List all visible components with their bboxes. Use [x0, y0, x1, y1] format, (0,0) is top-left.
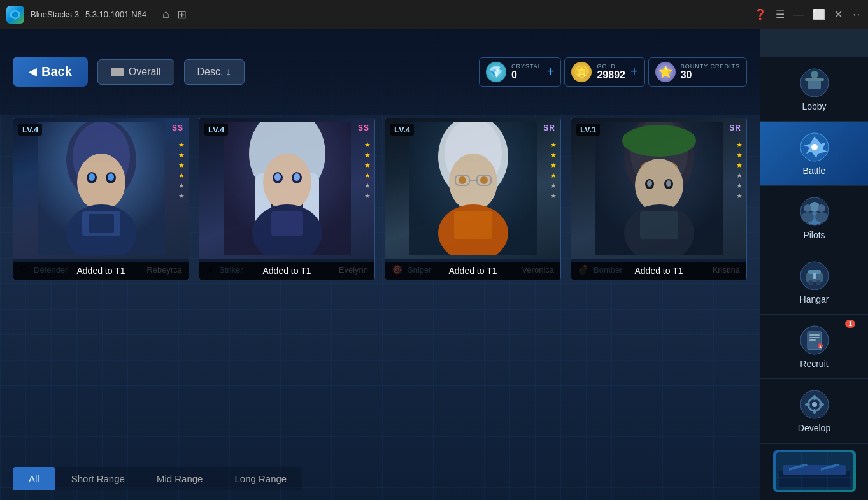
restore-icon[interactable]: ⬜ [813, 8, 825, 20]
pilot-char-evelynn [199, 118, 374, 259]
star-4: ★ [550, 171, 557, 180]
pilot-level-rebeyrca: LV.4 [18, 124, 42, 136]
filter-tab-all[interactable]: All [13, 467, 55, 490]
menu-ctrl-icon[interactable]: ☰ [776, 8, 785, 20]
svg-point-68 [816, 280, 821, 285]
svg-rect-23 [271, 211, 303, 236]
svg-point-43 [635, 159, 683, 212]
svg-rect-81 [813, 409, 816, 414]
crystal-currency: 💎 CRYSTAL 0 + [479, 57, 561, 87]
bounty-currency: ⭐ BOUNTY CREDITS 30 [648, 57, 747, 87]
pilot-stars-rebeyrca: ★ ★ ★ ★ ★ ★ [178, 141, 185, 200]
gold-add-button[interactable]: + [630, 64, 638, 79]
star-6: ★ [550, 192, 557, 200]
pilot-card-veronica[interactable]: LV.4 SR ★ ★ ★ ★ ★ ★ Added to T1 🎯 Sniper [385, 118, 561, 280]
sidebar-bottom-preview-item[interactable] [760, 443, 868, 498]
battle-icon [799, 131, 830, 163]
pilots-icon [799, 196, 830, 227]
svg-rect-52 [805, 78, 824, 81]
expand-icon[interactable]: ↔ [851, 9, 862, 20]
svg-rect-34 [454, 211, 492, 239]
star-2: ★ [178, 151, 185, 159]
svg-point-53 [811, 71, 818, 78]
help-icon[interactable]: ❓ [754, 8, 767, 20]
svg-point-62 [818, 204, 825, 212]
hangar-icon [799, 260, 830, 292]
recruit-badge: 1 [845, 320, 855, 328]
star-1: ★ [364, 141, 371, 149]
bounty-info: BOUNTY CREDITS 30 [681, 63, 740, 81]
close-icon[interactable]: ✕ [834, 8, 843, 20]
sidebar-item-battle[interactable]: Battle [760, 122, 868, 186]
pilot-char-veronica [385, 118, 560, 259]
home-icon[interactable]: ⌂ [162, 8, 169, 22]
svg-point-79 [812, 402, 817, 407]
crystal-info: CRYSTAL 0 [511, 63, 542, 81]
pilot-rarity-kristina: SR [729, 124, 741, 132]
pilot-card-kristina[interactable]: LV.1 SR ★ ★ ★ ★ ★ ★ Added to T1 💣 Bomber [571, 118, 747, 280]
svg-rect-12 [89, 214, 114, 233]
crystal-label: CRYSTAL [511, 63, 542, 69]
sidebar-item-lobby[interactable]: Lobby [760, 57, 868, 122]
gold-icon: 🪙 [571, 62, 592, 82]
star-5: ★ [550, 182, 557, 190]
star-3: ★ [178, 161, 185, 169]
star-2: ★ [736, 151, 743, 159]
nav-icons: ⌂ ⊞ [162, 8, 187, 22]
svg-point-56 [811, 144, 818, 150]
pilot-portrait-rebeyrca [13, 118, 189, 259]
sidebar-item-develop[interactable]: Develop [760, 379, 868, 443]
pilot-card-rebeyrca[interactable]: LV.4 SS ★ ★ ★ ★ ★ ★ Added to T1 🛡 Defend… [13, 118, 189, 280]
main-layout: Back Overall Desc. ↓ 💎 CRYSTAL 0 + [0, 29, 868, 500]
pilot-char-kristina [571, 118, 746, 259]
pilot-stars-evelynn: ★ ★ ★ ★ ★ ★ [364, 141, 371, 200]
filter-tab-mid-range[interactable]: Mid Range [141, 467, 219, 490]
menu-icon[interactable]: ⊞ [177, 8, 187, 22]
sidebar-item-pilots[interactable]: Pilots [760, 186, 868, 250]
star-3: ★ [736, 161, 743, 169]
filter-tab-long-range[interactable]: Long Range [218, 467, 302, 490]
back-button[interactable]: Back [13, 57, 88, 87]
pilot-card-evelynn[interactable]: LV.4 SS ★ ★ ★ ★ ★ ★ Added to T1 ⚔ Strike… [199, 118, 375, 280]
filter-tab-short-range[interactable]: Short Range [55, 467, 141, 490]
svg-point-31 [459, 176, 466, 184]
crystal-add-button[interactable]: + [547, 64, 555, 79]
svg-point-61 [801, 212, 814, 222]
bounty-value: 30 [681, 69, 740, 81]
desc-button[interactable]: Desc. ↓ [184, 59, 245, 85]
overall-button[interactable]: Overall [97, 59, 174, 85]
star-2: ★ [364, 151, 371, 159]
gold-value: 29892 [597, 69, 625, 81]
pilot-level-kristina: LV.1 [576, 124, 600, 136]
sidebar-bottom-preview [773, 450, 856, 492]
minimize-icon[interactable]: — [793, 9, 804, 20]
star-6: ★ [364, 192, 371, 200]
bounty-icon: ⭐ [655, 62, 676, 82]
svg-rect-80 [813, 395, 816, 400]
svg-rect-69 [813, 273, 816, 279]
pilot-rarity-evelynn: SS [358, 124, 369, 132]
pilot-stars-kristina: ★ ★ ★ ★ ★ ★ [736, 141, 743, 200]
svg-rect-72 [809, 334, 820, 336]
svg-point-46 [647, 180, 652, 187]
lobby-label: Lobby [802, 101, 826, 111]
svg-point-32 [480, 176, 488, 184]
added-badge-evelynn: Added to T1 [199, 262, 374, 280]
game-area: Back Overall Desc. ↓ 💎 CRYSTAL 0 + [0, 29, 760, 500]
svg-text:1: 1 [819, 344, 822, 348]
star-3: ★ [364, 161, 371, 169]
filter-tabs: All Short Range Mid Range Long Range [13, 467, 302, 490]
app-version: 5.3.10.1001 N64 [85, 10, 146, 19]
sidebar-item-hangar[interactable]: Hangar [760, 250, 868, 315]
svg-rect-49 [640, 211, 678, 239]
gold-info: GOLD 29892 [597, 63, 625, 81]
bounty-label: BOUNTY CREDITS [681, 63, 740, 69]
recruit-icon: 1 [799, 324, 830, 356]
svg-point-63 [815, 212, 828, 222]
sidebar-item-recruit[interactable]: 1 1 Recruit [760, 315, 868, 379]
pilot-portrait-evelynn [199, 118, 374, 259]
titlebar: BlueStacks 3 5.3.10.1001 N64 ⌂ ⊞ ❓ ☰ — ⬜… [0, 0, 868, 29]
svg-point-67 [808, 280, 813, 285]
star-2: ★ [550, 151, 557, 159]
svg-rect-83 [819, 403, 824, 406]
